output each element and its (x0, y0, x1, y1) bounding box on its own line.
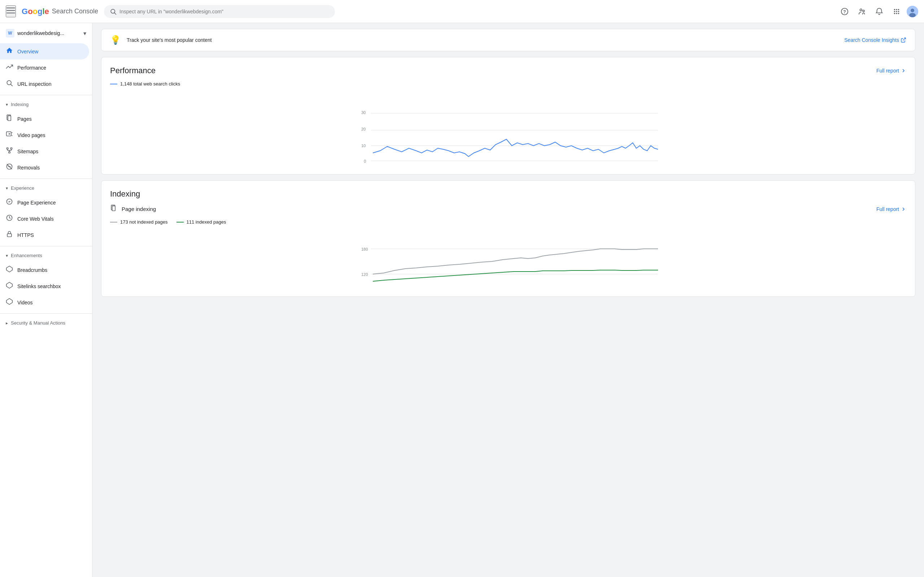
sidebar-item-sitelinks-searchbox[interactable]: Sitelinks searchbox (0, 278, 89, 294)
videos-enhance-label: Videos (17, 300, 33, 305)
property-selector[interactable]: W wonderlikwebdesig... ▾ (0, 26, 92, 43)
svg-point-9 (894, 9, 895, 10)
sidebar-item-https[interactable]: HTTPS (0, 227, 89, 243)
sitemaps-label: Sitemaps (17, 148, 38, 154)
enhancements-section-header[interactable]: ▾ Enhancements (0, 249, 92, 262)
svg-rect-24 (8, 116, 11, 121)
performance-full-report-label: Full report (876, 68, 899, 74)
indexed-legend: 111 indexed pages (176, 219, 226, 225)
sidebar-item-performance[interactable]: Performance (0, 60, 89, 76)
svg-rect-0 (6, 8, 15, 8)
performance-label: Performance (17, 65, 46, 71)
svg-point-15 (894, 13, 895, 14)
property-name: wonderlikwebdesig... (17, 30, 81, 36)
indexing-section-header[interactable]: ▾ Indexing (0, 98, 92, 111)
page-experience-label: Page Experience (17, 200, 56, 206)
not-indexed-line (110, 222, 117, 222)
sidebar-item-videos-enhance[interactable]: Videos (0, 294, 89, 311)
sidebar-item-removals[interactable]: Removals (0, 160, 89, 176)
security-section-header[interactable]: ▸ Security & Manual Actions (0, 317, 92, 329)
svg-rect-42 (7, 234, 11, 237)
indexing-full-report-label: Full report (876, 206, 899, 212)
removals-label: Removals (17, 165, 40, 171)
svg-marker-44 (6, 282, 13, 288)
svg-rect-29 (7, 148, 8, 149)
app-logo: Google Search Console (22, 7, 98, 16)
svg-marker-26 (9, 133, 10, 135)
svg-point-20 (909, 13, 916, 17)
performance-card-header: Performance Full report (110, 66, 906, 76)
divider-4 (0, 313, 92, 314)
svg-text:0: 0 (364, 159, 366, 163)
clicks-legend-label: 1,148 total web search clicks (120, 81, 180, 87)
https-label: HTTPS (17, 232, 34, 238)
lightbulb-icon: 💡 (110, 35, 121, 45)
not-indexed-legend: 173 not indexed pages (110, 219, 168, 225)
chevron-right-icon (901, 68, 906, 74)
collapse-icon: ▾ (6, 102, 8, 107)
sidebar-item-breadcrumbs[interactable]: Breadcrumbs (0, 262, 89, 278)
sidebar-item-sitemaps[interactable]: Sitemaps (0, 143, 89, 160)
core-web-vitals-icon (6, 214, 13, 223)
url-inspection-label: URL inspection (17, 81, 51, 87)
svg-point-16 (896, 13, 897, 14)
users-button[interactable] (855, 4, 869, 19)
pages-label: Pages (17, 116, 32, 122)
notifications-button[interactable] (872, 4, 887, 19)
svg-line-27 (12, 132, 13, 133)
svg-line-4 (115, 13, 116, 14)
svg-text:?: ? (843, 9, 846, 14)
sidebar-item-pages[interactable]: Pages (0, 111, 89, 127)
menu-button[interactable] (6, 5, 16, 17)
sitelinks-icon (6, 282, 13, 291)
sitemaps-icon (6, 147, 13, 156)
svg-line-28 (12, 135, 13, 136)
breadcrumbs-icon (6, 266, 13, 274)
svg-point-14 (898, 11, 900, 12)
pages-icon (6, 114, 13, 123)
not-indexed-label: 173 not indexed pages (120, 219, 168, 225)
url-search-input[interactable] (120, 9, 329, 15)
enhancements-section-label: Enhancements (11, 253, 42, 258)
url-search-bar[interactable] (104, 5, 335, 18)
indexing-full-report-link[interactable]: Full report (876, 206, 906, 212)
sidebar-item-video-pages[interactable]: Video pages (0, 127, 89, 143)
svg-line-46 (903, 38, 906, 40)
performance-legend: 1,148 total web search clicks (110, 81, 906, 87)
removals-icon (6, 163, 13, 172)
breadcrumbs-label: Breadcrumbs (17, 267, 47, 273)
collapse-icon-3: ▾ (6, 253, 8, 258)
search-icon (110, 8, 116, 15)
help-button[interactable]: ? (837, 4, 852, 19)
svg-text:180: 180 (361, 247, 368, 251)
collapse-icon-4: ▸ (6, 321, 8, 326)
experience-section-label: Experience (11, 185, 34, 191)
sitelinks-searchbox-label: Sitelinks searchbox (17, 284, 61, 289)
experience-section-header[interactable]: ▾ Experience (0, 182, 92, 194)
url-search-icon (6, 79, 13, 89)
app-header: Google Search Console ? (0, 0, 924, 23)
open-in-new-icon (901, 37, 906, 43)
indexed-line (176, 222, 184, 222)
main-content: Overview 💡 Track your site's most popula… (92, 0, 924, 554)
sidebar-item-page-experience[interactable]: Page Experience (0, 194, 89, 211)
avatar[interactable] (907, 6, 918, 17)
https-icon (6, 230, 13, 239)
indexing-section-label: Indexing (11, 102, 29, 107)
sidebar-item-overview[interactable]: Overview (0, 43, 89, 60)
svg-marker-45 (6, 298, 13, 305)
home-icon (6, 47, 13, 56)
svg-line-22 (11, 84, 13, 86)
app-name: Search Console (52, 8, 98, 15)
videos-enhance-icon (6, 298, 13, 307)
sidebar-item-core-web-vitals[interactable]: Core Web Vitals (0, 211, 89, 227)
insights-banner: 💡 Track your site's most popular content… (101, 29, 915, 51)
sidebar-item-url-inspection[interactable]: URL inspection (0, 76, 89, 92)
svg-marker-43 (6, 266, 13, 272)
search-console-insights-link[interactable]: Search Console Insights (844, 37, 906, 43)
trending-icon (6, 63, 13, 72)
apps-button[interactable] (889, 4, 904, 19)
indexing-card-header: Indexing (110, 189, 906, 199)
performance-full-report-link[interactable]: Full report (876, 68, 906, 74)
svg-point-11 (898, 9, 900, 10)
